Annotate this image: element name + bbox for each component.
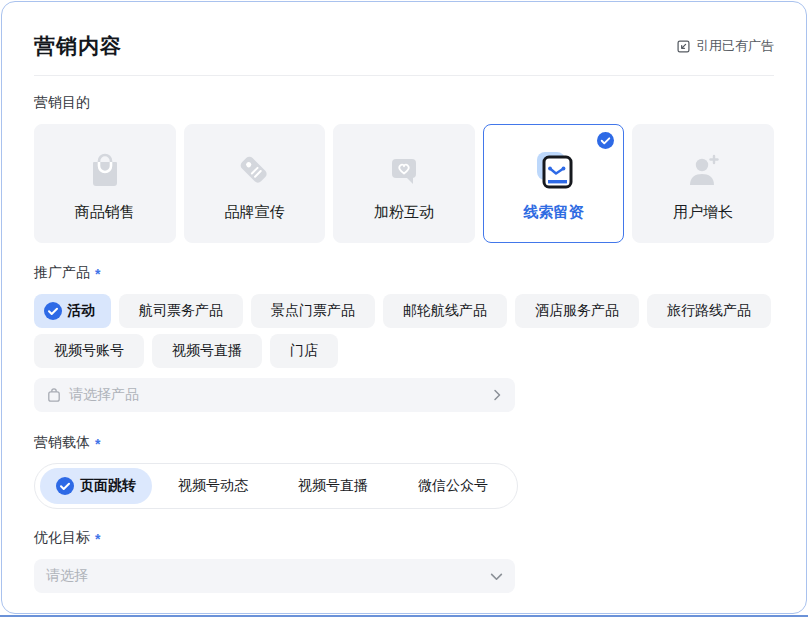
- lead-chart-icon: [530, 146, 578, 194]
- tag-store[interactable]: 门店: [270, 334, 338, 368]
- purpose-card-label: 线索留资: [524, 203, 584, 222]
- chevron-down-icon: [490, 570, 503, 583]
- user-plus-icon: [679, 146, 727, 194]
- tag-label: 旅行路线产品: [667, 302, 751, 320]
- product-picker-placeholder: 请选择产品: [69, 386, 139, 404]
- tag-label: 视频号直播: [172, 342, 242, 360]
- required-star: *: [95, 436, 100, 452]
- tag-activity[interactable]: 活动: [34, 294, 111, 328]
- carrier-section-label: 营销载体 *: [34, 434, 774, 452]
- selected-check-badge: [597, 132, 614, 149]
- carrier-label-text: 营销载体: [34, 434, 90, 452]
- tag-label: 航司票务产品: [139, 302, 223, 320]
- product-bag-icon: [46, 387, 62, 403]
- purpose-card-product-sales[interactable]: 商品销售: [34, 124, 176, 243]
- header-divider: [34, 75, 774, 76]
- required-star: *: [95, 531, 100, 547]
- reference-icon: [676, 39, 691, 54]
- purpose-card-lead-capture[interactable]: 线索留资: [483, 124, 625, 243]
- carrier-option-label: 微信公众号: [418, 477, 488, 495]
- form-card: 营销内容 引用已有广告 营销目的: [1, 1, 807, 614]
- carrier-option-label: 视频号动态: [178, 477, 248, 495]
- purpose-card-group: 商品销售 品牌宣传: [34, 124, 774, 243]
- header: 营销内容 引用已有广告: [34, 2, 774, 60]
- carrier-option-label: 视频号直播: [298, 477, 368, 495]
- purpose-card-user-growth[interactable]: 用户增长: [632, 124, 774, 243]
- product-label-text: 推广产品: [34, 264, 90, 282]
- reference-existing-ad-button[interactable]: 引用已有广告: [676, 37, 774, 55]
- marketing-content-panel: 营销内容 引用已有广告 营销目的: [0, 0, 808, 620]
- chevron-right-icon: [491, 389, 503, 401]
- bottom-accent-line: [0, 615, 808, 617]
- product-picker[interactable]: 请选择产品: [34, 378, 515, 412]
- purpose-label-text: 营销目的: [34, 94, 90, 112]
- check-circle-icon: [44, 302, 62, 320]
- check-circle-icon: [56, 477, 74, 495]
- carrier-option-page-jump[interactable]: 页面跳转: [40, 468, 152, 504]
- tag-airline-tickets[interactable]: 航司票务产品: [119, 294, 243, 328]
- tag-channels-live[interactable]: 视频号直播: [152, 334, 262, 368]
- purpose-card-label: 商品销售: [75, 203, 135, 222]
- goal-section-label: 优化目标 *: [34, 529, 774, 547]
- goal-select[interactable]: 请选择: [34, 559, 515, 593]
- tag-label: 活动: [67, 302, 95, 320]
- reference-label: 引用已有广告: [696, 37, 774, 55]
- tag-channels-account[interactable]: 视频号账号: [34, 334, 144, 368]
- carrier-option-channels-feed[interactable]: 视频号动态: [154, 468, 272, 504]
- page-title: 营销内容: [34, 32, 122, 60]
- carrier-option-channels-live[interactable]: 视频号直播: [274, 468, 392, 504]
- chat-heart-icon: [380, 146, 428, 194]
- tag-hotel-services[interactable]: 酒店服务产品: [515, 294, 639, 328]
- tag-attraction-tickets[interactable]: 景点门票产品: [251, 294, 375, 328]
- tag-label: 酒店服务产品: [535, 302, 619, 320]
- purpose-card-brand-promo[interactable]: 品牌宣传: [184, 124, 326, 243]
- tag-label: 邮轮航线产品: [403, 302, 487, 320]
- carrier-option-official-account[interactable]: 微信公众号: [394, 468, 512, 504]
- shopping-bag-icon: [81, 146, 129, 194]
- goal-select-placeholder: 请选择: [46, 567, 88, 585]
- product-section-label: 推广产品 *: [34, 264, 774, 282]
- tag-label: 景点门票产品: [271, 302, 355, 320]
- purpose-card-label: 加粉互动: [374, 203, 434, 222]
- purpose-card-label: 用户增长: [673, 203, 733, 222]
- carrier-option-label: 页面跳转: [80, 477, 136, 495]
- carrier-segmented-control: 页面跳转 视频号动态 视频号直播 微信公众号: [34, 463, 518, 509]
- tag-label: 门店: [290, 342, 318, 360]
- purpose-card-fan-interaction[interactable]: 加粉互动: [333, 124, 475, 243]
- tag-label: 视频号账号: [54, 342, 124, 360]
- tag-travel-routes[interactable]: 旅行路线产品: [647, 294, 771, 328]
- price-tag-icon: [230, 146, 278, 194]
- tag-cruise-routes[interactable]: 邮轮航线产品: [383, 294, 507, 328]
- product-tag-group: 活动 航司票务产品 景点门票产品 邮轮航线产品 酒店服务产品 旅行路线产品 视频…: [34, 294, 778, 368]
- purpose-section-label: 营销目的: [34, 94, 774, 112]
- required-star: *: [95, 266, 100, 282]
- purpose-card-label: 品牌宣传: [224, 203, 284, 222]
- goal-label-text: 优化目标: [34, 529, 90, 547]
